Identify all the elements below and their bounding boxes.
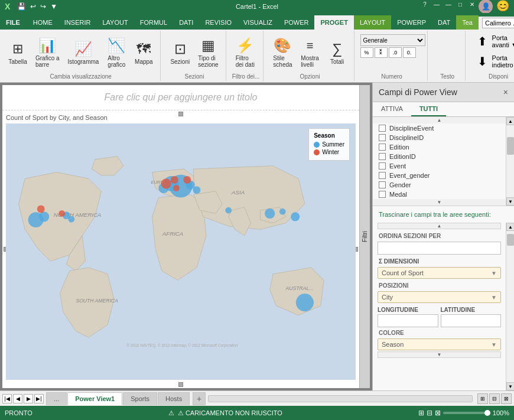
sheet-tab-sports[interactable]: Sports (123, 392, 157, 405)
tipo-sezione-button[interactable]: ▦ Tipo disezione (194, 34, 222, 70)
sheet-last-button[interactable]: ▶| (34, 394, 44, 403)
dz-sb-down[interactable]: ▼ (506, 382, 514, 390)
normal-view-button[interactable]: ⊞ (477, 393, 488, 404)
tab-inserir[interactable]: INSERIR (58, 15, 97, 30)
tab-layout1[interactable]: LAYOUT (96, 15, 134, 30)
ribbon-collapse-button[interactable]: — (431, 0, 442, 9)
field-item-4[interactable]: Event (373, 161, 506, 171)
drop-zone-latitudine[interactable] (441, 314, 502, 327)
istogramma-button[interactable]: 📈 Istogramma (64, 37, 103, 67)
svg-text:AFRICA: AFRICA (162, 230, 183, 237)
filtro-dati-button[interactable]: ⚡ Filtrodei dati (232, 34, 258, 70)
font-selector[interactable] (482, 18, 514, 28)
field-item-2[interactable]: Edition (373, 142, 506, 152)
field-scroll-down[interactable]: ▼ (373, 199, 506, 206)
tab-revisio[interactable]: REVISIO (199, 15, 238, 30)
page-break-button[interactable]: ⊠ (501, 393, 512, 404)
sb-up-button[interactable]: ▲ (506, 117, 514, 125)
tab-tea[interactable]: Tea (456, 15, 479, 30)
save-button[interactable]: 💾 (16, 2, 27, 11)
field-item-5[interactable]: Event_gender (373, 171, 506, 180)
tab-file[interactable]: FILE (0, 15, 26, 30)
customize-button[interactable]: ▼ (49, 2, 58, 11)
tab-attiva[interactable]: ATTIVA (373, 102, 411, 116)
dz-sb-up[interactable]: ▲ (506, 223, 514, 231)
dz-scroll-up[interactable]: ▲ (378, 223, 501, 229)
tab-powerp[interactable]: POWERP (391, 15, 432, 30)
resize-handle-top[interactable] (178, 112, 183, 116)
field-item-3[interactable]: EditionID (373, 152, 506, 161)
view-normal-button[interactable]: ⊞ (418, 409, 424, 417)
sheet-prev-button[interactable]: ◀ (13, 394, 22, 403)
mostra-livelli-button[interactable]: ≡ Mostralivelli (297, 34, 323, 70)
drop-zone-colore[interactable]: Season ▼ (378, 338, 501, 350)
stile-scheda-button[interactable]: 🎨 Stilescheda (269, 34, 295, 70)
map-legend: Season Summer Winter (308, 128, 350, 161)
sheet-tab-dots[interactable]: ... (46, 392, 67, 405)
thousand-button[interactable]: ⁑ (375, 47, 388, 58)
altro-grafico-button[interactable]: 📉 Altrografico (103, 34, 129, 70)
number-format-select[interactable]: Generale (360, 34, 425, 46)
tab-dat[interactable]: DAT (432, 15, 456, 30)
mostra-livelli-icon: ≡ (301, 36, 320, 55)
sheet-first-button[interactable]: |◀ (2, 394, 12, 403)
tab-power[interactable]: POWER (278, 15, 315, 30)
sb-track[interactable] (506, 125, 514, 197)
drop-zone-longitudine[interactable] (378, 314, 438, 327)
tab-layout2[interactable]: LAYOUT (354, 15, 391, 30)
tabella-button[interactable]: ⊞ Tabella (5, 37, 31, 67)
field-item-6[interactable]: Gender (373, 180, 506, 190)
field-item-1[interactable]: DisciplineID (373, 133, 506, 142)
undo-button[interactable]: ↩ (29, 2, 37, 11)
porta-indietro-button[interactable]: ⬇ Portaindietro ▼ (471, 52, 514, 71)
decimal-dec-button[interactable]: 0. (403, 47, 416, 58)
totali-button[interactable]: ∑ Totali (324, 37, 350, 67)
tab-proget[interactable]: PROGET (314, 15, 353, 30)
panel-close-button[interactable]: × (503, 87, 508, 97)
dz-sb-thumb[interactable] (507, 234, 514, 246)
close-button[interactable]: ✕ (467, 0, 477, 9)
sheet-tab-powerview1[interactable]: Power View1 (67, 392, 122, 405)
field-item-7[interactable]: Medal (373, 190, 506, 199)
tab-dati[interactable]: DATI (173, 15, 199, 30)
scrollbar-track[interactable] (208, 395, 473, 402)
page-layout-button[interactable]: ⊟ (489, 393, 500, 404)
tab-home[interactable]: HOME (27, 15, 58, 30)
view-breaks-button[interactable]: ⊠ (435, 409, 441, 417)
dz-sb-track[interactable] (506, 231, 514, 382)
sheet-tab-add-button[interactable]: + (193, 392, 206, 405)
zoom-slider[interactable] (443, 412, 490, 414)
pv-title[interactable]: Fare clic qui per aggiungere un titolo (2, 85, 359, 110)
mappa-button[interactable]: 🗺 Mappa (131, 37, 157, 67)
sb-down-button[interactable]: ▼ (506, 197, 514, 206)
percent-button[interactable]: % (360, 47, 373, 58)
drop-zone-posizioni[interactable]: City ▼ (378, 291, 501, 303)
maximize-button[interactable]: □ (455, 0, 466, 9)
help-button[interactable]: ? (419, 0, 430, 9)
porta-avanti-button[interactable]: ⬆ Portaavanti ▼ (471, 32, 514, 51)
sezioni-button[interactable]: ⊡ Sezioni (167, 37, 193, 67)
sheet-next-button[interactable]: ▶ (24, 394, 33, 403)
view-layout-button[interactable]: ⊟ (427, 409, 432, 417)
resize-handle-bottom[interactable] (178, 382, 183, 387)
field-scroll-up[interactable]: ▲ (373, 117, 506, 123)
grafico-barre-button[interactable]: 📊 Grafico abarre (32, 34, 63, 70)
power-view-panel: Campi di Power View × ATTIVA TUTTI ▲ Dis… (372, 83, 514, 390)
sb-thumb[interactable] (507, 137, 514, 155)
minimize-button[interactable]: — (443, 0, 454, 9)
tab-visualiz[interactable]: VISUALIZ (238, 15, 278, 30)
dz-scroll-down[interactable]: ▼ (378, 351, 501, 358)
svg-text:SOUTH AMERICA: SOUTH AMERICA (76, 298, 118, 304)
drop-zone-dimensioni[interactable]: Count of Sport ▼ (378, 267, 501, 279)
field-item-0[interactable]: DisciplineEvent (373, 123, 506, 133)
tab-tutti[interactable]: TUTTI (411, 102, 446, 116)
drop-zone-ordina[interactable] (378, 242, 501, 255)
filtri-sidebar-button[interactable]: Filtri (359, 85, 370, 388)
zoom-thumb[interactable] (484, 410, 490, 416)
tab-formul[interactable]: FORMUL (134, 15, 173, 30)
sheet-tab-hosts[interactable]: Hosts (158, 392, 190, 405)
porta-avanti-label: Portaavanti ▼ (492, 34, 514, 48)
sezioni-group-label: Sezioni (167, 72, 222, 80)
decimal-inc-button[interactable]: .0 (389, 47, 402, 58)
redo-button[interactable]: ↪ (39, 2, 47, 11)
